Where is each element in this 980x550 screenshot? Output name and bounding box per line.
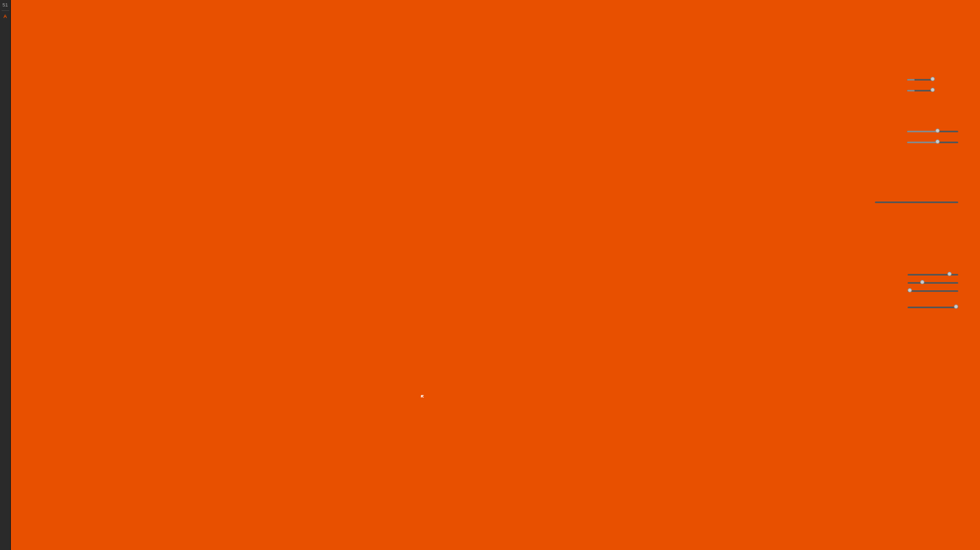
srgb-b-slider[interactable] (908, 290, 958, 292)
pixel-width-slider[interactable] (907, 131, 958, 132)
view2d-canvas: 51 A (725, 279, 866, 398)
output-width-slider[interactable] (907, 79, 933, 81)
graph-area: ⊕ ✦ ℹ 🔍 ⬡ ↔ ⬛ ⬜ A ⬡ ✎ ◳ 51 Substance_gra… (109, 249, 866, 398)
hsv-a-slider[interactable] (908, 307, 958, 308)
random-seed-slider[interactable] (875, 201, 958, 203)
pixel-height-slider[interactable] (907, 142, 958, 143)
view2d-color-fill (11, 0, 980, 550)
view2d-lt-2[interactable]: A (3, 14, 7, 19)
main-ui: EXPLORER ⬛ ⬜ ✕ ⬛ ↺ ⬜ ▼ ■ scifi video.sbs… (0, 37, 980, 398)
view2d-panel: Uniform Color - 2D VIEW ⬛ ⬜ ✕ ⬛ ⬜ ⬜ | UV… (724, 249, 866, 398)
center-top: Rounded Cube - OpenGL - 3D VIEW ⬛ ⬜ ✕ Sc… (109, 37, 866, 398)
output-height-slider[interactable] (907, 90, 933, 91)
view2d-lt-1[interactable]: 51 (2, 2, 8, 8)
srgb-g-slider[interactable] (908, 282, 958, 284)
view2d-left-tools: 51 A (0, 0, 11, 550)
srgb-r-slider[interactable] (908, 274, 958, 276)
